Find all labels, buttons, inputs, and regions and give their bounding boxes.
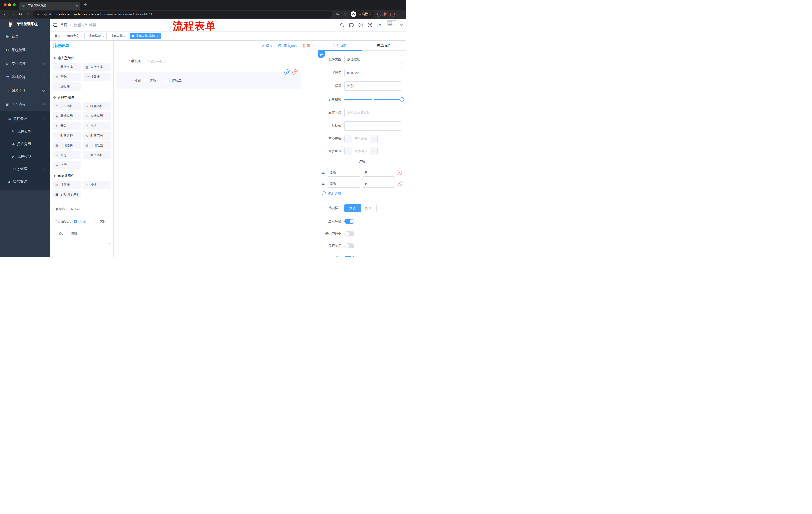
- style-default-button[interactable]: 默认: [344, 204, 360, 212]
- palette-item-date-range[interactable]: ▩日期范围: [83, 141, 111, 150]
- radio-off[interactable]: [94, 219, 98, 223]
- palette-item-time-picker[interactable]: ◷时间选择: [53, 132, 81, 140]
- copy-field-button[interactable]: [284, 70, 290, 76]
- sidebar-item-process-model[interactable]: ➤ 流程模型: [0, 151, 50, 163]
- radio-on-selected[interactable]: [74, 219, 77, 223]
- palette-item-upload[interactable]: ☁上传: [53, 161, 81, 169]
- tag-process-form[interactable]: 流程表单×: [108, 33, 128, 39]
- sidebar-item-user-group[interactable]: ☻ 用户分组: [0, 138, 50, 151]
- palette-item-switch[interactable]: ◐开关: [53, 122, 81, 130]
- doc-link-button[interactable]: [318, 51, 325, 58]
- view-json-button[interactable]: 查看json: [278, 44, 297, 48]
- tab-form-props[interactable]: 表单属性: [362, 41, 406, 50]
- sidebar-item-process-mgmt[interactable]: ≔ 流程管理: [0, 113, 50, 125]
- decrease-button[interactable]: −: [345, 135, 352, 142]
- increase-button[interactable]: +: [370, 135, 377, 142]
- bookmark-star-icon[interactable]: ☆: [343, 11, 347, 17]
- slider-handle[interactable]: [400, 97, 404, 102]
- drag-handle-icon[interactable]: ☰: [321, 181, 325, 186]
- tag-close-icon[interactable]: ×: [81, 35, 82, 38]
- save-button[interactable]: 保存: [261, 44, 272, 48]
- required-switch[interactable]: [344, 256, 354, 257]
- option-label-input[interactable]: 选项一: [327, 168, 360, 177]
- palette-item-rate[interactable]: ☆评分: [53, 151, 81, 159]
- component-type-select[interactable]: 多选框组: [344, 55, 402, 64]
- with-border-switch[interactable]: [344, 231, 354, 236]
- sidebar-item-home[interactable]: ◉ 首页: [0, 30, 50, 43]
- window-minimize-button[interactable]: [8, 3, 11, 6]
- sidebar-item-process-form[interactable]: ✎ 流程表单: [0, 125, 50, 138]
- slider-track[interactable]: [344, 99, 402, 100]
- form-remark-textarea[interactable]: 嘿嘿: [68, 229, 110, 245]
- show-label-switch[interactable]: [344, 219, 354, 224]
- security-label[interactable]: 不安全: [42, 12, 52, 16]
- sidebar-item-devtools[interactable]: ⊟ 研发工具: [0, 84, 50, 98]
- palette-item-password[interactable]: ⊠密码: [53, 73, 81, 81]
- palette-item-select[interactable]: ⊙下拉选择: [53, 102, 81, 110]
- tab-close-icon[interactable]: ×: [76, 4, 78, 7]
- palette-item-color-picker[interactable]: ◔颜色选择: [83, 151, 111, 159]
- form-name-input[interactable]: biubiu: [68, 205, 110, 214]
- breadcrumb-home[interactable]: 首页: [60, 23, 67, 27]
- add-option-button[interactable]: + 添加选项: [322, 191, 402, 196]
- sidebar-item-leave-query[interactable]: ♟ 请假查询: [0, 175, 50, 188]
- tag-close-icon[interactable]: ×: [156, 35, 158, 38]
- checkbox-option2[interactable]: [166, 79, 170, 82]
- disabled-switch[interactable]: [344, 243, 354, 248]
- fullscreen-icon[interactable]: [368, 23, 372, 27]
- palette-item-slider[interactable]: ⊸滑块: [83, 122, 111, 130]
- tag-close-icon[interactable]: ×: [102, 35, 104, 38]
- sidebar-item-task-mgmt[interactable]: ⊦ 任务管理: [0, 163, 50, 175]
- delete-field-button[interactable]: [292, 70, 298, 76]
- option-value-input[interactable]: 男: [362, 168, 395, 177]
- sidebar-item-infra[interactable]: ▤ 基础设施: [0, 71, 50, 84]
- new-tab-button[interactable]: +: [84, 2, 87, 7]
- window-close-button[interactable]: [3, 3, 6, 6]
- key-icon[interactable]: [336, 12, 340, 16]
- default-value-input[interactable]: 1: [344, 121, 402, 131]
- home-icon[interactable]: ⌂: [24, 12, 32, 16]
- palette-item-editor[interactable]: 编辑器: [53, 82, 81, 90]
- min-select-input[interactable]: 至少应选: [352, 135, 370, 142]
- decrease-button[interactable]: −: [345, 147, 352, 155]
- avatar[interactable]: [387, 20, 396, 30]
- tag-home[interactable]: 首页: [52, 33, 63, 39]
- sidebar-item-system[interactable]: ⚙ 系统管理: [0, 43, 50, 57]
- search-icon[interactable]: [340, 23, 344, 27]
- field-name-input[interactable]: field122: [344, 68, 402, 77]
- sidebar-item-workflow[interactable]: ⊞ 工作流程: [0, 98, 50, 111]
- forward-icon[interactable]: →: [9, 12, 17, 16]
- palette-item-button[interactable]: ✛按钮: [83, 181, 111, 189]
- sidebar-item-payment[interactable]: ¥ 支付管理: [0, 57, 50, 71]
- palette-item-radio-group[interactable]: ◉单选框组: [53, 112, 81, 120]
- tag-process-form-edit[interactable]: 流程表单-编辑×: [129, 33, 160, 39]
- remove-option-button[interactable]: −: [397, 170, 402, 175]
- drag-handle-icon[interactable]: ☰: [321, 170, 325, 174]
- palette-item-textarea[interactable]: ▤多行文本: [83, 63, 111, 71]
- phone-input[interactable]: 请输入手机号: [144, 57, 308, 66]
- palette-item-single-text[interactable]: ▭单行文本: [53, 63, 81, 71]
- browser-menu-kebab-icon[interactable]: ⋮: [389, 12, 392, 16]
- back-icon[interactable]: ←: [1, 12, 9, 16]
- style-button-button[interactable]: 按钮: [360, 204, 377, 212]
- field-phone[interactable]: 手机号 请输入手机号: [121, 57, 308, 66]
- github-icon[interactable]: [349, 23, 354, 27]
- title-input[interactable]: 性别: [344, 81, 402, 90]
- palette-item-cascader[interactable]: ⋔级联选择: [83, 102, 111, 110]
- palette-item-time-range[interactable]: ⟲时间范围: [83, 132, 111, 140]
- tag-close-icon[interactable]: ×: [124, 35, 126, 38]
- font-size-icon[interactable]: т T: [377, 23, 382, 27]
- avatar-caret-icon[interactable]: [401, 23, 403, 26]
- max-select-input[interactable]: 最多可选: [352, 147, 370, 155]
- palette-item-table[interactable]: ▦表格[开发中]: [53, 190, 81, 198]
- palette-item-row-container[interactable]: ▥行容器: [53, 181, 81, 189]
- window-zoom-button[interactable]: [12, 3, 16, 6]
- label-width-input[interactable]: 请输入标签宽度: [344, 108, 402, 117]
- checkbox-option1[interactable]: [144, 79, 147, 82]
- tab-component-props[interactable]: 组件属性: [318, 41, 362, 50]
- browser-tab[interactable]: 芋道管理系统 ×: [19, 1, 80, 9]
- grid-slider[interactable]: [344, 95, 402, 104]
- option-label-input[interactable]: 选项二: [327, 179, 360, 188]
- palette-item-date-picker[interactable]: ▦日期选择: [53, 141, 81, 150]
- tag-process-model[interactable]: 流程模型×: [86, 33, 106, 39]
